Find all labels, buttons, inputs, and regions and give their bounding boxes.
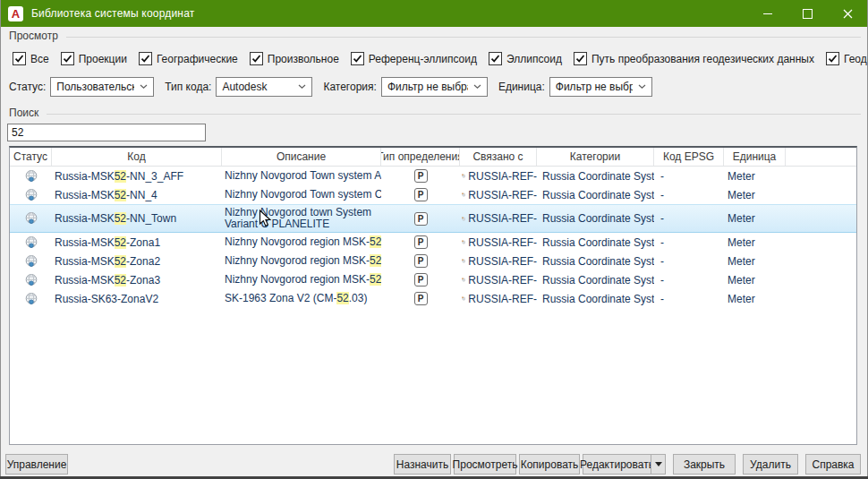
checkbox-label: Референц-эллипсоид bbox=[369, 53, 477, 65]
text-segment: Russia-MSK bbox=[55, 212, 115, 225]
assign-button[interactable]: Назначить bbox=[394, 454, 451, 475]
cell-status bbox=[10, 185, 52, 204]
column-header-6[interactable]: Код EPSG bbox=[654, 148, 724, 166]
cell-linked-to: RUSSIA-REF- bbox=[460, 167, 537, 185]
checkmark-icon bbox=[140, 54, 150, 64]
manage-button[interactable]: Управление bbox=[5, 454, 68, 475]
cell-categories: Russia Coordinate Syste... bbox=[537, 205, 654, 232]
checkbox-reference-ellipsoid[interactable]: Референц-эллипсоид bbox=[351, 52, 477, 65]
projected-type-icon: P bbox=[414, 254, 428, 268]
cell-code: Russia-MSK52-Zona3 bbox=[52, 270, 222, 289]
globe-user-icon bbox=[24, 169, 38, 184]
projected-type-icon: P bbox=[414, 292, 428, 305]
linked-to-text: RUSSIA-REF- bbox=[468, 189, 537, 201]
window-controls bbox=[747, 0, 868, 27]
cell-epsg-code: - bbox=[654, 270, 724, 289]
checkbox-label: Эллипсоид bbox=[506, 53, 562, 65]
status-combobox[interactable]: Пользовательские bbox=[50, 77, 154, 97]
cell-linked-to: RUSSIA-REF- bbox=[460, 233, 537, 252]
cell-code: Russia-MSK52-Zona1 bbox=[52, 233, 222, 252]
text-segment: -Zona3 bbox=[126, 274, 160, 287]
cell-unit: Meter bbox=[724, 205, 786, 232]
cell-filler bbox=[786, 205, 856, 232]
globe-user-icon bbox=[24, 211, 38, 226]
column-header-7[interactable]: Единица bbox=[724, 148, 786, 166]
column-header-0[interactable]: Статус bbox=[10, 148, 52, 166]
table-row[interactable]: Russia-MSK52-NN_TownNizhny Novgorod town… bbox=[10, 204, 856, 233]
cell-epsg-code: - bbox=[654, 205, 724, 232]
cell-linked-to: RUSSIA-REF- bbox=[460, 205, 537, 232]
text-segment: Variant C PLANELITE bbox=[225, 218, 329, 230]
column-header-3[interactable]: Тип определения bbox=[381, 148, 460, 166]
checkbox-arbitrary[interactable]: Произвольное bbox=[250, 52, 339, 65]
menu-arrow-icon bbox=[655, 462, 662, 466]
cell-status bbox=[10, 167, 52, 185]
cell-linked-to: RUSSIA-REF- bbox=[460, 289, 537, 308]
checkmark-icon bbox=[251, 54, 261, 64]
unit-combobox[interactable]: Фильтр не выбран bbox=[549, 77, 652, 97]
minimize-button[interactable] bbox=[747, 0, 787, 27]
view-button[interactable]: Просмотреть bbox=[454, 454, 516, 475]
checkbox-box bbox=[351, 52, 364, 65]
checkbox-all[interactable]: Все bbox=[13, 52, 49, 65]
table-row[interactable]: Russia-MSK52-NN_3_AFFNizhny Novgorod Tow… bbox=[10, 167, 856, 185]
cell-definition-type: P bbox=[381, 270, 460, 289]
search-match-highlight: 52 bbox=[370, 254, 381, 267]
text-segment: Nizhny Novgorod Town system C... bbox=[225, 188, 381, 201]
text-segment: .03) bbox=[349, 292, 368, 304]
combobox-value: Autodesk bbox=[222, 81, 293, 93]
checkbox-geodetic-path[interactable]: Путь преобразования геодезических данных bbox=[574, 52, 814, 65]
edit-button[interactable]: Редактировать bbox=[583, 454, 651, 475]
cell-categories: Russia Coordinate Syste... bbox=[537, 289, 654, 308]
cell-categories: Russia Coordinate Syste... bbox=[537, 270, 654, 289]
column-header-5[interactable]: Категории bbox=[537, 148, 654, 166]
checkbox-ellipsoid[interactable]: Эллипсоид bbox=[489, 52, 562, 65]
table-row[interactable]: Russia-MSK52-NN_4Nizhny Novgorod Town sy… bbox=[10, 185, 856, 204]
close-button[interactable] bbox=[828, 0, 868, 27]
cell-linked-to: RUSSIA-REF- bbox=[460, 185, 537, 204]
search-input[interactable] bbox=[7, 124, 206, 141]
code-type-combobox[interactable]: Autodesk bbox=[216, 77, 312, 97]
cell-description: SK-1963 Zona V2 (CM-52.03) bbox=[222, 289, 381, 308]
text-segment: -NN_3_AFF bbox=[126, 170, 183, 183]
view-group-line bbox=[66, 37, 861, 38]
cell-categories: Russia Coordinate Syste... bbox=[537, 252, 654, 270]
checkbox-geodetic-transform[interactable]: Геодезическое преобразование bbox=[826, 52, 868, 65]
checkmark-icon bbox=[490, 54, 500, 64]
column-header-2[interactable]: Описание bbox=[222, 148, 381, 166]
category-combobox[interactable]: Фильтр не выбран bbox=[381, 77, 488, 97]
globe-user-icon bbox=[24, 188, 38, 202]
close-dialog-button[interactable]: Закрыть bbox=[673, 454, 736, 475]
cell-definition-type: P bbox=[381, 205, 460, 232]
datum-sphere-icon bbox=[462, 189, 465, 201]
linked-to-text: RUSSIA-REF- bbox=[468, 274, 537, 287]
datum-sphere-icon bbox=[462, 236, 465, 248]
table-header-row: СтатусКодОписаниеТип определенияСвязано … bbox=[10, 148, 856, 167]
table-row[interactable]: Russia-MSK52-Zona2Nizhny Novgorod region… bbox=[10, 252, 856, 270]
cell-filler bbox=[786, 252, 856, 270]
description-line: SK-1963 Zona V2 (CM-52.03) bbox=[225, 293, 367, 304]
cell-filler bbox=[786, 185, 856, 204]
table-body: Russia-MSK52-NN_3_AFFNizhny Novgorod Tow… bbox=[10, 167, 856, 308]
titlebar[interactable]: A Библиотека системы координат bbox=[0, 0, 868, 27]
cell-linked-to: RUSSIA-REF- bbox=[460, 270, 537, 289]
column-header-1[interactable]: Код bbox=[52, 148, 222, 166]
combobox-value: Фильтр не выбран bbox=[556, 81, 633, 93]
checkbox-label: Произвольное bbox=[268, 53, 339, 65]
checkmark-icon bbox=[353, 54, 362, 64]
help-button[interactable]: Справка bbox=[805, 454, 861, 475]
datum-sphere-icon bbox=[462, 274, 465, 286]
table-row[interactable]: Russia-SK63-ZonaV2SK-1963 Zona V2 (CM-52… bbox=[10, 289, 856, 308]
table-row[interactable]: Russia-MSK52-Zona3Nizhny Novgorod region… bbox=[10, 270, 856, 289]
datum-sphere-icon bbox=[462, 255, 465, 267]
copy-button[interactable]: Копировать bbox=[519, 454, 580, 475]
edit-menu-button[interactable] bbox=[651, 454, 666, 475]
maximize-button[interactable] bbox=[787, 0, 828, 27]
checkbox-projections[interactable]: Проекции bbox=[61, 52, 127, 65]
checkbox-geographic[interactable]: Географические bbox=[139, 52, 238, 65]
cell-description: Nizhny Novgorod region MSK-52... bbox=[222, 270, 381, 289]
delete-button[interactable]: Удалить bbox=[743, 454, 798, 475]
column-header-4[interactable]: Связано с bbox=[460, 148, 537, 166]
combobox-chevron bbox=[140, 84, 148, 90]
table-row[interactable]: Russia-MSK52-Zona1Nizhny Novgorod region… bbox=[10, 233, 856, 252]
